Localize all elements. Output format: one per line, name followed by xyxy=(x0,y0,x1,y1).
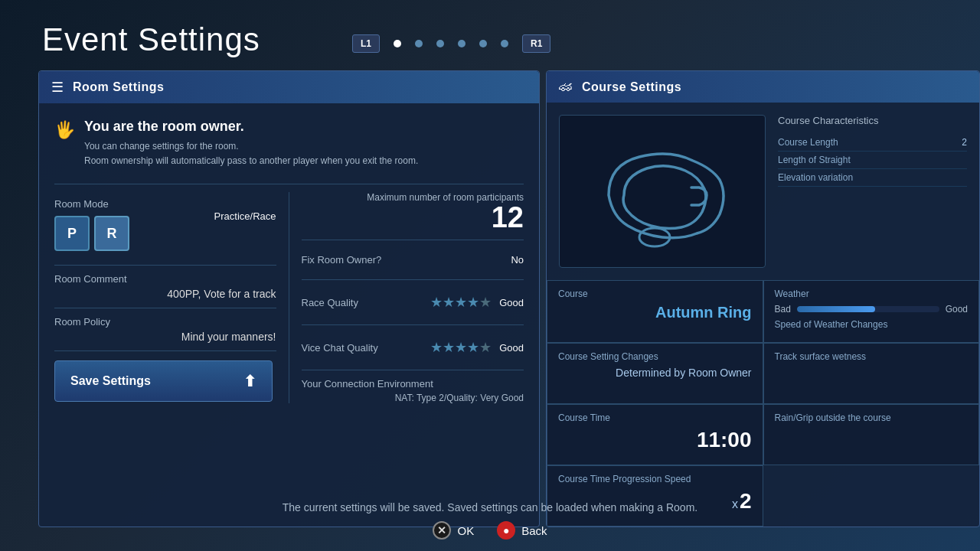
course-settings-icon: 🏎 xyxy=(559,79,573,95)
elevation-row: Elevation variation xyxy=(778,169,967,187)
mode-buttons: P R xyxy=(54,216,129,251)
course-length-value: 2 xyxy=(962,137,967,148)
divider-left-2 xyxy=(54,308,276,308)
mode-btn-p[interactable]: P xyxy=(54,216,90,251)
owner-desc-line2: Room ownership will automatically pass t… xyxy=(84,154,418,168)
course-settings-header: 🏎 Course Settings xyxy=(547,71,979,103)
course-time-value: 11:00 xyxy=(558,428,752,452)
save-settings-label: Save Settings xyxy=(70,374,151,388)
course-setting-changes-label: Course Setting Changes xyxy=(558,351,752,362)
room-mode-left: Room Mode P R xyxy=(54,198,129,251)
connection-section: Your Connection Environment NAT: Type 2/… xyxy=(302,378,524,403)
divider-right-3 xyxy=(302,324,524,325)
weather-card: Weather Bad Good Speed of Weather Change… xyxy=(763,280,980,343)
back-circle-icon: ● xyxy=(497,521,515,540)
characteristics-title: Course Characteristics xyxy=(778,115,967,126)
room-policy-value: Mind your manners! xyxy=(54,331,276,343)
room-policy-section: Room Policy Mind your manners! xyxy=(54,316,276,343)
owner-text: You are the room owner. You can change s… xyxy=(84,119,418,168)
time-progression-label: Course Time Progression Speed xyxy=(558,474,752,484)
course-card: Course Autumn Ring xyxy=(547,280,763,343)
course-card-value: Autumn Ring xyxy=(558,304,752,321)
tab-dot-1[interactable] xyxy=(394,40,401,47)
tab-dot-4[interactable] xyxy=(458,40,466,47)
course-settings-panel: 🏎 Course Settings xyxy=(546,70,980,527)
rain-grip-card: Rain/Grip outside the course xyxy=(763,404,980,465)
room-policy-label: Room Policy xyxy=(54,316,276,328)
save-icon: ⬆ xyxy=(243,372,256,390)
connection-value: NAT: Type 2/Quality: Very Good xyxy=(302,393,524,403)
back-btn-container[interactable]: ● Back xyxy=(497,521,547,540)
connection-label: Your Connection Environment xyxy=(302,378,524,390)
room-settings-header: ☰ Room Settings xyxy=(39,71,539,103)
divider-right-2 xyxy=(302,279,524,280)
divider-right-1 xyxy=(302,240,524,240)
weather-good-label: Good xyxy=(946,304,968,315)
race-quality-label: Race Quality xyxy=(302,297,358,308)
vice-chat-value: Good xyxy=(499,342,524,354)
weather-card-label: Weather xyxy=(775,289,969,299)
fix-owner-value: No xyxy=(511,254,524,266)
track-svg xyxy=(578,126,746,256)
tab-right-btn[interactable]: R1 xyxy=(522,34,550,53)
course-length-label: Course Length xyxy=(778,137,838,148)
vice-chat-stars: ★★★★★ xyxy=(430,339,492,356)
owner-icon: 🖐 xyxy=(54,120,75,140)
course-setting-changes-value: Determined by Room Owner xyxy=(558,367,752,379)
track-wetness-card: Track surface wetness xyxy=(763,343,980,404)
weather-bad-label: Bad xyxy=(775,304,791,315)
fix-owner-label: Fix Room Owner? xyxy=(302,254,382,266)
mode-btn-r[interactable]: R xyxy=(94,216,129,251)
course-time-label: Course Time xyxy=(558,412,752,423)
course-characteristics: Course Characteristics Course Length 2 L… xyxy=(778,115,967,268)
race-quality-stars: ★★★★★ xyxy=(430,294,492,311)
room-comment-value: 400PP, Vote for a track xyxy=(54,288,276,300)
bottom-buttons: ✕ OK ● Back xyxy=(433,521,547,540)
track-area: Course Characteristics Course Length 2 L… xyxy=(547,103,979,280)
owner-notice: 🖐 You are the room owner. You can change… xyxy=(54,119,524,168)
right-col: Maximum number of room participants 12 F… xyxy=(289,192,524,403)
weather-bar xyxy=(797,306,939,312)
straight-length-label: Length of Straight xyxy=(778,155,851,165)
room-mode-label: Room Mode xyxy=(54,198,129,210)
bottom-bar: The current settings will be saved. Save… xyxy=(0,490,980,551)
save-settings-button[interactable]: Save Settings ⬆ xyxy=(54,360,273,402)
vice-chat-right: ★★★★★ Good xyxy=(430,339,524,356)
page: Event Settings L1 R1 ☰ Room Settings 🖐 Y… xyxy=(0,0,980,551)
panels: ☰ Room Settings 🖐 You are the room owner… xyxy=(38,70,980,527)
two-col-section: Room Mode P R Practice/Race Room xyxy=(54,192,524,403)
tab-left-btn[interactable]: L1 xyxy=(352,34,380,53)
race-quality-right: ★★★★★ Good xyxy=(430,294,524,311)
room-settings-panel: ☰ Room Settings 🖐 You are the room owner… xyxy=(38,70,540,527)
room-comment-section: Room Comment 400PP, Vote for a track xyxy=(54,273,276,300)
room-comment-label: Room Comment xyxy=(54,273,276,285)
tab-dot-3[interactable] xyxy=(436,40,444,47)
participants-number: 12 xyxy=(492,203,524,232)
divider-right-4 xyxy=(302,370,524,370)
page-title: Event Settings xyxy=(42,21,260,58)
tab-dot-5[interactable] xyxy=(479,40,487,47)
tab-dot-2[interactable] xyxy=(415,40,423,47)
ok-btn-container[interactable]: ✕ OK xyxy=(433,521,474,540)
elevation-label: Elevation variation xyxy=(778,172,853,183)
tab-dot-6[interactable] xyxy=(501,40,508,47)
track-wetness-label: Track surface wetness xyxy=(775,351,969,362)
race-quality-value: Good xyxy=(499,297,524,308)
straight-length-row: Length of Straight xyxy=(778,152,967,169)
course-length-row: Course Length 2 xyxy=(778,134,967,152)
course-time-card: Course Time 11:00 xyxy=(547,404,763,465)
left-col: Room Mode P R Practice/Race Room xyxy=(54,192,289,403)
owner-title: You are the room owner. xyxy=(84,119,418,135)
race-quality-row: Race Quality ★★★★★ Good xyxy=(302,288,524,317)
ok-circle-icon: ✕ xyxy=(433,521,451,540)
weather-bar-container: Bad Good xyxy=(775,304,969,315)
ok-label: OK xyxy=(457,524,474,537)
divider-left-3 xyxy=(54,350,276,351)
room-settings-title: Room Settings xyxy=(73,80,164,94)
room-mode-section: Room Mode P R Practice/Race xyxy=(54,192,276,257)
room-settings-icon: ☰ xyxy=(51,79,64,96)
weather-speed-label: Speed of Weather Changes xyxy=(775,319,969,330)
vice-chat-label: Vice Chat Quality xyxy=(302,342,378,354)
course-setting-changes-card: Course Setting Changes Determined by Roo… xyxy=(547,343,763,404)
divider-left-1 xyxy=(54,265,276,266)
